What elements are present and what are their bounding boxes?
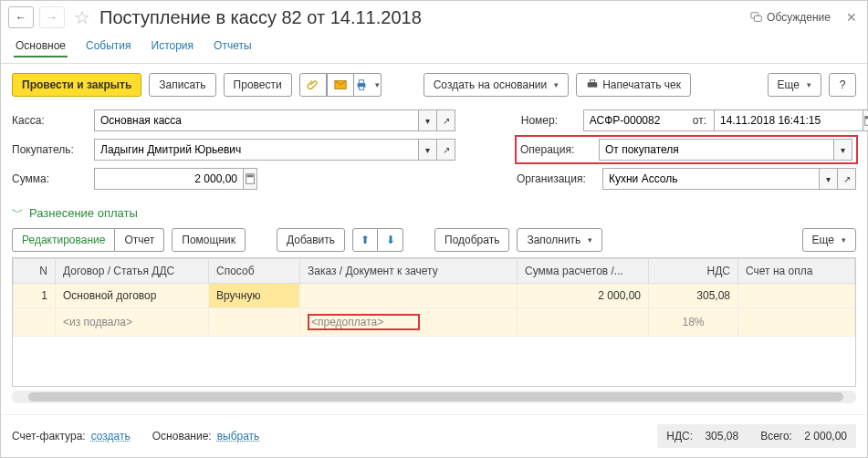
help-button[interactable]: ? — [829, 73, 856, 97]
cell-sum[interactable]: 2 000,00 — [518, 284, 649, 308]
kassa-dropdown-button[interactable]: ▾ — [419, 109, 437, 131]
cell-order[interactable] — [300, 284, 518, 308]
th-method[interactable]: Способ — [209, 259, 300, 284]
osn-label: Основание: — [152, 430, 212, 442]
operation-input[interactable] — [599, 139, 834, 161]
attach-button[interactable] — [299, 73, 327, 97]
close-button[interactable]: ✕ — [843, 10, 860, 25]
ot-label: от: — [693, 114, 706, 127]
post-button[interactable]: Провести — [224, 73, 292, 97]
org-dropdown-button[interactable]: ▾ — [820, 168, 838, 190]
buyer-input[interactable] — [94, 139, 419, 161]
create-based-button[interactable]: Создать на основании — [424, 73, 570, 97]
kassa-open-button[interactable]: ↗ — [437, 109, 455, 131]
th-nds[interactable]: НДС — [649, 259, 738, 284]
payment-section-toggle[interactable]: ﹀ Разнесение оплаты — [1, 199, 867, 223]
cell-invoice[interactable] — [738, 308, 855, 337]
operation-label: Операция: — [520, 143, 591, 156]
move-down-button[interactable]: ⬇ — [378, 228, 403, 252]
print-check-button[interactable]: Напечатать чек — [576, 73, 691, 97]
table-row[interactable]: <из подвала> <предоплата> 18% — [14, 308, 855, 337]
table-row[interactable]: 1 Основной договор Вручную 2 000,00 305,… — [14, 284, 855, 308]
calculator-button[interactable] — [244, 168, 257, 190]
payment-table[interactable]: N Договор / Статья ДДС Способ Заказ / До… — [12, 257, 856, 387]
save-button[interactable]: Записать — [149, 73, 215, 97]
summa-label: Сумма: — [12, 172, 87, 185]
th-invoice[interactable]: Счет на опла — [738, 259, 855, 284]
calendar-button[interactable] — [863, 109, 868, 131]
cell-invoice[interactable] — [738, 284, 855, 308]
org-input[interactable] — [602, 168, 820, 190]
fill-button[interactable]: Заполнить — [517, 228, 602, 252]
choose-osn-link[interactable]: выбрать — [217, 430, 260, 442]
nav-forward-button: → — [39, 6, 65, 28]
cell-nds-rate[interactable]: 18% — [649, 308, 738, 337]
calculator-icon — [244, 172, 256, 185]
th-sum[interactable]: Сумма расчетов /... — [518, 259, 649, 284]
add-row-button[interactable]: Добавить — [277, 228, 345, 252]
create-sf-link[interactable]: создать — [91, 430, 131, 442]
chevron-down-icon: ﹀ — [12, 204, 24, 221]
horizontal-scrollbar[interactable] — [12, 390, 856, 403]
favorite-star-icon[interactable]: ☆ — [74, 6, 90, 28]
cell-n[interactable]: 1 — [14, 284, 56, 308]
date-input[interactable] — [714, 109, 863, 131]
discussion-label: Обсуждение — [767, 11, 831, 24]
th-contract[interactable]: Договор / Статья ДДС — [56, 259, 209, 284]
grand-total-value: 2 000,00 — [804, 430, 847, 442]
buyer-dropdown-button[interactable]: ▾ — [419, 139, 437, 161]
nav-back-button[interactable]: ← — [8, 6, 34, 28]
kassa-label: Касса: — [12, 114, 87, 127]
cell-order-sub[interactable]: <предоплата> — [300, 308, 518, 337]
print-button[interactable] — [354, 73, 382, 97]
svg-rect-4 — [359, 80, 363, 84]
svg-rect-6 — [588, 82, 598, 87]
cell-method[interactable] — [209, 308, 300, 337]
number-label: Номер: — [521, 114, 576, 127]
move-up-button[interactable]: ⬆ — [352, 228, 378, 252]
th-order[interactable]: Заказ / Документ к зачету — [300, 259, 518, 284]
grand-total-label: Всего: — [760, 430, 792, 442]
org-label: Организация: — [517, 172, 595, 185]
mail-button[interactable] — [327, 73, 354, 97]
svg-rect-11 — [247, 175, 254, 178]
cell-method[interactable]: Вручную — [209, 284, 300, 308]
helper-button[interactable]: Помощник — [172, 228, 246, 252]
svg-rect-1 — [754, 16, 761, 21]
th-n[interactable]: N — [14, 259, 56, 284]
edit-mode-button[interactable]: Редактирование — [12, 228, 115, 252]
cell-sum[interactable] — [518, 308, 649, 337]
tab-main[interactable]: Основное — [14, 36, 68, 57]
calendar-icon — [863, 114, 868, 127]
printer-icon — [355, 78, 368, 91]
tab-events[interactable]: События — [84, 36, 133, 57]
nds-total-value: 305,08 — [705, 430, 738, 442]
org-open-button[interactable]: ↗ — [838, 168, 856, 190]
table-more-button[interactable]: Еще — [802, 228, 856, 252]
sf-label: Счет-фактура: — [12, 430, 86, 442]
summa-input[interactable] — [94, 168, 244, 190]
nds-total-label: НДС: — [666, 430, 693, 442]
cell-nds[interactable]: 305,08 — [649, 284, 738, 308]
chat-icon — [750, 11, 763, 24]
pick-button[interactable]: Подобрать — [434, 228, 509, 252]
payment-section-title: Разнесение оплаты — [29, 206, 138, 220]
buyer-open-button[interactable]: ↗ — [437, 139, 455, 161]
number-input[interactable] — [583, 109, 733, 131]
cell-contract-sub[interactable]: <из подвала> — [56, 308, 209, 337]
cell-n[interactable] — [14, 308, 56, 337]
window-title: Поступление в кассу 82 от 14.11.2018 — [99, 7, 745, 28]
tab-history[interactable]: История — [150, 36, 196, 57]
operation-dropdown-button[interactable]: ▾ — [834, 139, 852, 161]
svg-rect-5 — [359, 87, 363, 90]
tab-reports[interactable]: Отчеты — [212, 36, 253, 57]
svg-rect-7 — [591, 80, 595, 83]
discussion-button[interactable]: Обсуждение — [750, 11, 831, 24]
report-mode-button[interactable]: Отчет — [115, 228, 164, 252]
kassa-input[interactable] — [94, 109, 419, 131]
cell-contract[interactable]: Основной договор — [56, 284, 209, 308]
receipt-printer-icon — [586, 78, 599, 91]
more-button[interactable]: Еще — [768, 73, 821, 97]
post-and-close-button[interactable]: Провести и закрыть — [12, 73, 141, 97]
paperclip-icon — [307, 78, 319, 91]
